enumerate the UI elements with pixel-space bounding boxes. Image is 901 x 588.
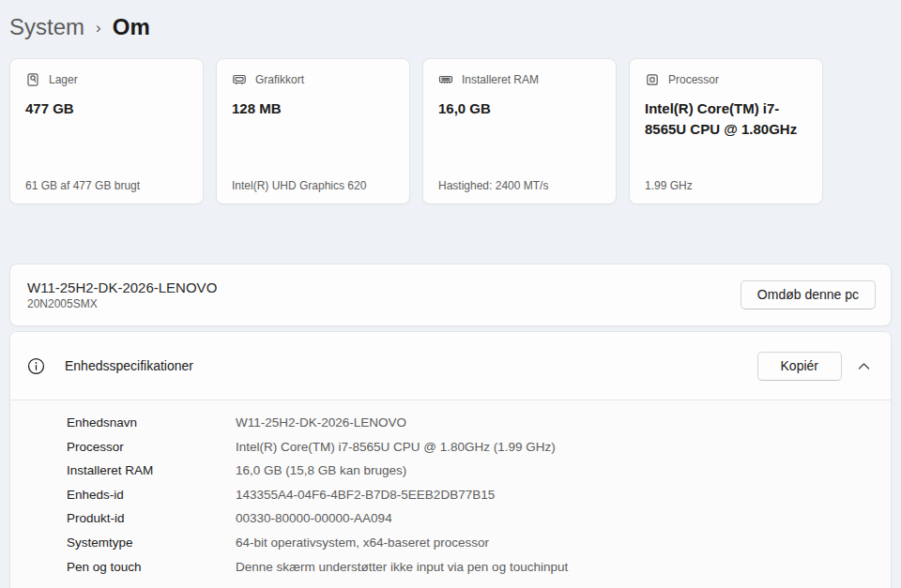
gpu-icon xyxy=(232,72,247,87)
chevron-up-icon xyxy=(858,362,870,370)
graphics-card-label: Grafikkort xyxy=(255,73,304,86)
ram-card-label: Installeret RAM xyxy=(462,73,539,86)
spec-label: Systemtype xyxy=(67,531,236,555)
spec-row-system-type: Systemtype 64-bit operativsystem, x64-ba… xyxy=(67,531,874,555)
storage-card: Lager 477 GB 61 GB af 477 GB brugt xyxy=(9,58,204,204)
spec-label: Enheds-id xyxy=(67,483,236,507)
spec-row-processor: Processor Intel(R) Core(TM) i7-8565U CPU… xyxy=(67,435,874,460)
spec-label: Processor xyxy=(67,435,236,460)
spec-label: Installeret RAM xyxy=(67,459,236,483)
spec-row-pen-touch: Pen og touch Denne skærm understøtter ik… xyxy=(67,555,874,580)
ram-card-footer: Hastighed: 2400 MT/s xyxy=(438,179,601,192)
spec-label: Pen og touch xyxy=(67,555,236,580)
spec-row-device-name: Enhedsnavn W11-25H2-DK-2026-LENOVO xyxy=(67,411,874,435)
breadcrumb-system-link[interactable]: System xyxy=(9,14,84,40)
spec-value: Denne skærm understøtter ikke input via … xyxy=(236,555,568,580)
processor-card-label: Processor xyxy=(668,73,719,86)
device-model: 20N2005SMX xyxy=(27,297,217,310)
graphics-card: Grafikkort 128 MB Intel(R) UHD Graphics … xyxy=(216,58,410,204)
spec-label: Enhedsnavn xyxy=(67,411,236,435)
processor-card-footer: 1.99 GHz xyxy=(645,179,807,192)
spec-value: 00330-80000-00000-AA094 xyxy=(236,506,392,531)
spec-value: 64-bit operativsystem, x64-baseret proce… xyxy=(236,531,489,555)
processor-card-header: Processor xyxy=(645,72,807,87)
breadcrumb-separator-icon: › xyxy=(96,17,101,38)
graphics-card-footer: Intel(R) UHD Graphics 620 xyxy=(232,179,394,192)
storage-card-header: Lager xyxy=(25,72,188,87)
graphics-card-header: Grafikkort xyxy=(232,72,394,87)
device-name-card: W11-25H2-DK-2026-LENOVO 20N2005SMX Omdøb… xyxy=(9,264,892,326)
processor-card-value: Intel(R) Core(TM) i7-8565U CPU @ 1.80GHz xyxy=(645,98,807,140)
device-text: W11-25H2-DK-2026-LENOVO 20N2005SMX xyxy=(27,279,217,310)
storage-card-label: Lager xyxy=(49,73,78,86)
page-title: Om xyxy=(113,14,150,40)
spec-label: Produkt-id xyxy=(67,506,236,531)
ram-card-value: 16,0 GB xyxy=(438,98,601,119)
spec-value: W11-25H2-DK-2026-LENOVO xyxy=(236,411,406,435)
device-name: W11-25H2-DK-2026-LENOVO xyxy=(27,279,217,295)
device-specifications-expander: Enhedsspecifikationer Kopiér Enhedsnavn … xyxy=(9,331,892,588)
device-specifications-header[interactable]: Enhedsspecifikationer Kopiér xyxy=(10,332,891,400)
ram-icon xyxy=(438,72,453,87)
storage-card-value: 477 GB xyxy=(25,98,188,119)
storage-icon xyxy=(25,72,40,87)
spec-value: 143355A4-04F6-4BF2-B7D8-5EEB2DB77B15 xyxy=(236,483,495,507)
summary-cards-row: Lager 477 GB 61 GB af 477 GB brugt Grafi… xyxy=(9,58,892,204)
spec-row-device-id: Enheds-id 143355A4-04F6-4BF2-B7D8-5EEB2D… xyxy=(67,483,874,507)
processor-card: Processor Intel(R) Core(TM) i7-8565U CPU… xyxy=(629,58,823,204)
collapse-button[interactable] xyxy=(854,358,874,374)
settings-about-page: System › Om Lager 477 GB 61 GB af 477 GB… xyxy=(0,0,901,588)
spec-row-installed-ram: Installeret RAM 16,0 GB (15,8 GB kan bru… xyxy=(67,459,874,483)
ram-card-header: Installeret RAM xyxy=(438,72,601,87)
storage-card-footer: 61 GB af 477 GB brugt xyxy=(25,179,188,192)
device-specifications-body: Enhedsnavn W11-25H2-DK-2026-LENOVO Proce… xyxy=(10,400,891,588)
device-specifications-title: Enhedsspecifikationer xyxy=(65,358,193,373)
rename-pc-button[interactable]: Omdøb denne pc xyxy=(741,280,876,309)
ram-card: Installeret RAM 16,0 GB Hastighed: 2400 … xyxy=(422,58,617,204)
copy-button[interactable]: Kopiér xyxy=(757,352,842,381)
spec-value: Intel(R) Core(TM) i7-8565U CPU @ 1.80GHz… xyxy=(236,435,556,460)
spec-value: 16,0 GB (15,8 GB kan bruges) xyxy=(236,459,406,483)
graphics-card-value: 128 MB xyxy=(232,98,394,119)
cpu-icon xyxy=(645,72,660,87)
breadcrumb: System › Om xyxy=(9,8,892,45)
spec-row-product-id: Produkt-id 00330-80000-00000-AA094 xyxy=(67,506,874,531)
info-icon xyxy=(27,357,45,375)
